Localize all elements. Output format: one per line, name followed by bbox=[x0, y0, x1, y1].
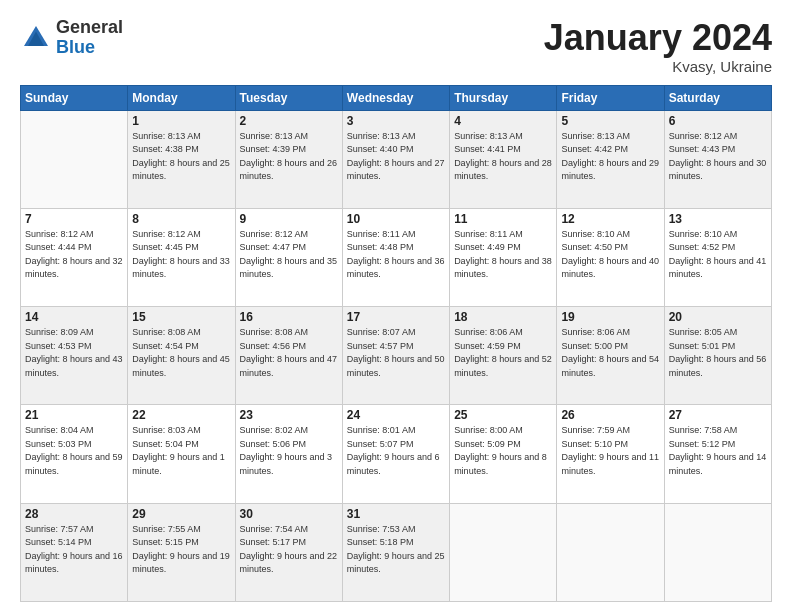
calendar-table: SundayMondayTuesdayWednesdayThursdayFrid… bbox=[20, 85, 772, 602]
calendar-cell: 8Sunrise: 8:12 AMSunset: 4:45 PMDaylight… bbox=[128, 208, 235, 306]
calendar-cell: 31Sunrise: 7:53 AMSunset: 5:18 PMDayligh… bbox=[342, 503, 449, 601]
day-number: 3 bbox=[347, 114, 445, 128]
calendar-cell: 13Sunrise: 8:10 AMSunset: 4:52 PMDayligh… bbox=[664, 208, 771, 306]
day-number: 6 bbox=[669, 114, 767, 128]
calendar-header-friday: Friday bbox=[557, 85, 664, 110]
calendar-cell bbox=[557, 503, 664, 601]
calendar-cell: 28Sunrise: 7:57 AMSunset: 5:14 PMDayligh… bbox=[21, 503, 128, 601]
calendar-cell: 3Sunrise: 8:13 AMSunset: 4:40 PMDaylight… bbox=[342, 110, 449, 208]
calendar-cell: 19Sunrise: 8:06 AMSunset: 5:00 PMDayligh… bbox=[557, 307, 664, 405]
day-number: 9 bbox=[240, 212, 338, 226]
day-number: 2 bbox=[240, 114, 338, 128]
day-number: 28 bbox=[25, 507, 123, 521]
day-info: Sunrise: 7:54 AMSunset: 5:17 PMDaylight:… bbox=[240, 523, 338, 577]
logo-text: General Blue bbox=[56, 18, 123, 58]
day-number: 27 bbox=[669, 408, 767, 422]
day-number: 21 bbox=[25, 408, 123, 422]
day-number: 20 bbox=[669, 310, 767, 324]
day-number: 22 bbox=[132, 408, 230, 422]
day-info: Sunrise: 8:02 AMSunset: 5:06 PMDaylight:… bbox=[240, 424, 338, 478]
calendar-week-row-2: 7Sunrise: 8:12 AMSunset: 4:44 PMDaylight… bbox=[21, 208, 772, 306]
day-number: 19 bbox=[561, 310, 659, 324]
calendar-cell: 21Sunrise: 8:04 AMSunset: 5:03 PMDayligh… bbox=[21, 405, 128, 503]
day-number: 18 bbox=[454, 310, 552, 324]
calendar-cell: 12Sunrise: 8:10 AMSunset: 4:50 PMDayligh… bbox=[557, 208, 664, 306]
calendar-cell: 25Sunrise: 8:00 AMSunset: 5:09 PMDayligh… bbox=[450, 405, 557, 503]
calendar-cell: 16Sunrise: 8:08 AMSunset: 4:56 PMDayligh… bbox=[235, 307, 342, 405]
calendar-cell bbox=[664, 503, 771, 601]
day-info: Sunrise: 8:12 AMSunset: 4:45 PMDaylight:… bbox=[132, 228, 230, 282]
calendar-cell: 10Sunrise: 8:11 AMSunset: 4:48 PMDayligh… bbox=[342, 208, 449, 306]
day-number: 4 bbox=[454, 114, 552, 128]
calendar-cell: 20Sunrise: 8:05 AMSunset: 5:01 PMDayligh… bbox=[664, 307, 771, 405]
day-number: 23 bbox=[240, 408, 338, 422]
location: Kvasy, Ukraine bbox=[544, 58, 772, 75]
calendar-cell: 17Sunrise: 8:07 AMSunset: 4:57 PMDayligh… bbox=[342, 307, 449, 405]
calendar-cell: 15Sunrise: 8:08 AMSunset: 4:54 PMDayligh… bbox=[128, 307, 235, 405]
month-title: January 2024 bbox=[544, 18, 772, 58]
day-info: Sunrise: 7:59 AMSunset: 5:10 PMDaylight:… bbox=[561, 424, 659, 478]
day-info: Sunrise: 8:08 AMSunset: 4:54 PMDaylight:… bbox=[132, 326, 230, 380]
day-info: Sunrise: 8:05 AMSunset: 5:01 PMDaylight:… bbox=[669, 326, 767, 380]
calendar-cell: 7Sunrise: 8:12 AMSunset: 4:44 PMDaylight… bbox=[21, 208, 128, 306]
day-info: Sunrise: 8:13 AMSunset: 4:38 PMDaylight:… bbox=[132, 130, 230, 184]
day-info: Sunrise: 7:58 AMSunset: 5:12 PMDaylight:… bbox=[669, 424, 767, 478]
day-info: Sunrise: 8:10 AMSunset: 4:50 PMDaylight:… bbox=[561, 228, 659, 282]
calendar-cell: 5Sunrise: 8:13 AMSunset: 4:42 PMDaylight… bbox=[557, 110, 664, 208]
calendar-cell: 26Sunrise: 7:59 AMSunset: 5:10 PMDayligh… bbox=[557, 405, 664, 503]
calendar-cell: 6Sunrise: 8:12 AMSunset: 4:43 PMDaylight… bbox=[664, 110, 771, 208]
calendar-week-row-4: 21Sunrise: 8:04 AMSunset: 5:03 PMDayligh… bbox=[21, 405, 772, 503]
day-info: Sunrise: 8:11 AMSunset: 4:49 PMDaylight:… bbox=[454, 228, 552, 282]
day-info: Sunrise: 8:06 AMSunset: 5:00 PMDaylight:… bbox=[561, 326, 659, 380]
calendar-cell bbox=[450, 503, 557, 601]
logo-general: General bbox=[56, 18, 123, 38]
day-number: 12 bbox=[561, 212, 659, 226]
day-number: 26 bbox=[561, 408, 659, 422]
day-info: Sunrise: 8:01 AMSunset: 5:07 PMDaylight:… bbox=[347, 424, 445, 478]
logo: General Blue bbox=[20, 18, 123, 58]
day-info: Sunrise: 8:06 AMSunset: 4:59 PMDaylight:… bbox=[454, 326, 552, 380]
day-info: Sunrise: 8:13 AMSunset: 4:40 PMDaylight:… bbox=[347, 130, 445, 184]
header: General Blue January 2024 Kvasy, Ukraine bbox=[20, 18, 772, 75]
day-number: 1 bbox=[132, 114, 230, 128]
calendar-cell: 14Sunrise: 8:09 AMSunset: 4:53 PMDayligh… bbox=[21, 307, 128, 405]
calendar-cell: 27Sunrise: 7:58 AMSunset: 5:12 PMDayligh… bbox=[664, 405, 771, 503]
day-number: 16 bbox=[240, 310, 338, 324]
day-number: 15 bbox=[132, 310, 230, 324]
day-info: Sunrise: 8:13 AMSunset: 4:42 PMDaylight:… bbox=[561, 130, 659, 184]
day-info: Sunrise: 8:12 AMSunset: 4:47 PMDaylight:… bbox=[240, 228, 338, 282]
day-number: 5 bbox=[561, 114, 659, 128]
day-number: 25 bbox=[454, 408, 552, 422]
calendar-cell: 1Sunrise: 8:13 AMSunset: 4:38 PMDaylight… bbox=[128, 110, 235, 208]
calendar-cell: 18Sunrise: 8:06 AMSunset: 4:59 PMDayligh… bbox=[450, 307, 557, 405]
day-number: 30 bbox=[240, 507, 338, 521]
calendar-week-row-5: 28Sunrise: 7:57 AMSunset: 5:14 PMDayligh… bbox=[21, 503, 772, 601]
day-number: 7 bbox=[25, 212, 123, 226]
calendar-cell bbox=[21, 110, 128, 208]
title-block: January 2024 Kvasy, Ukraine bbox=[544, 18, 772, 75]
day-info: Sunrise: 7:53 AMSunset: 5:18 PMDaylight:… bbox=[347, 523, 445, 577]
calendar-header-tuesday: Tuesday bbox=[235, 85, 342, 110]
day-number: 14 bbox=[25, 310, 123, 324]
day-info: Sunrise: 8:07 AMSunset: 4:57 PMDaylight:… bbox=[347, 326, 445, 380]
calendar-cell: 9Sunrise: 8:12 AMSunset: 4:47 PMDaylight… bbox=[235, 208, 342, 306]
day-info: Sunrise: 8:12 AMSunset: 4:44 PMDaylight:… bbox=[25, 228, 123, 282]
day-info: Sunrise: 8:03 AMSunset: 5:04 PMDaylight:… bbox=[132, 424, 230, 478]
calendar-cell: 11Sunrise: 8:11 AMSunset: 4:49 PMDayligh… bbox=[450, 208, 557, 306]
calendar-header-wednesday: Wednesday bbox=[342, 85, 449, 110]
day-info: Sunrise: 8:13 AMSunset: 4:39 PMDaylight:… bbox=[240, 130, 338, 184]
day-number: 29 bbox=[132, 507, 230, 521]
day-number: 24 bbox=[347, 408, 445, 422]
calendar-cell: 22Sunrise: 8:03 AMSunset: 5:04 PMDayligh… bbox=[128, 405, 235, 503]
day-info: Sunrise: 8:12 AMSunset: 4:43 PMDaylight:… bbox=[669, 130, 767, 184]
calendar-week-row-3: 14Sunrise: 8:09 AMSunset: 4:53 PMDayligh… bbox=[21, 307, 772, 405]
day-info: Sunrise: 8:10 AMSunset: 4:52 PMDaylight:… bbox=[669, 228, 767, 282]
day-number: 13 bbox=[669, 212, 767, 226]
day-number: 17 bbox=[347, 310, 445, 324]
day-info: Sunrise: 8:00 AMSunset: 5:09 PMDaylight:… bbox=[454, 424, 552, 478]
logo-icon bbox=[20, 22, 52, 54]
day-info: Sunrise: 8:08 AMSunset: 4:56 PMDaylight:… bbox=[240, 326, 338, 380]
page: General Blue January 2024 Kvasy, Ukraine… bbox=[0, 0, 792, 612]
calendar-header-row: SundayMondayTuesdayWednesdayThursdayFrid… bbox=[21, 85, 772, 110]
day-number: 8 bbox=[132, 212, 230, 226]
